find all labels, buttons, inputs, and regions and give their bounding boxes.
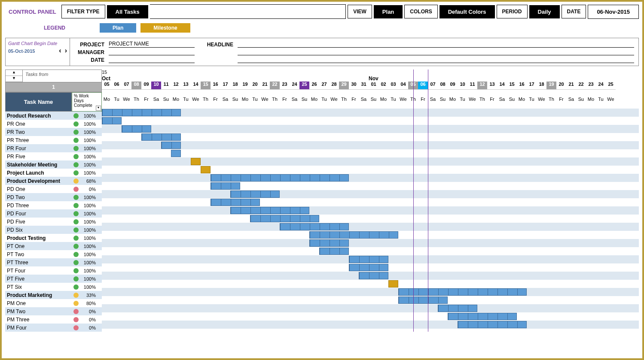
day-cell[interactable]: 12	[171, 82, 181, 89]
gantt-bar[interactable]	[448, 313, 517, 320]
day-cell[interactable]: 24	[290, 82, 299, 89]
day-cell[interactable]: 06	[112, 82, 122, 89]
manager-value[interactable]	[109, 48, 195, 55]
gantt-bar[interactable]	[201, 166, 211, 173]
gantt-bar[interactable]	[250, 215, 319, 222]
gantt-bar[interactable]	[102, 117, 122, 124]
project-name[interactable]: PROJECT NAME	[109, 41, 195, 48]
day-cell[interactable]: 10	[458, 82, 467, 89]
day-cell[interactable]: 14	[191, 82, 201, 89]
task-row[interactable]: PT Five100%	[5, 275, 102, 283]
day-cell[interactable]: 23	[280, 82, 290, 89]
gantt-bar[interactable]	[438, 305, 477, 312]
gantt-bar[interactable]	[211, 199, 260, 206]
day-cell[interactable]: 22	[270, 82, 280, 89]
gantt-bar[interactable]	[161, 142, 181, 149]
task-row[interactable]: PD Three100%	[5, 201, 102, 209]
day-cell[interactable]: 09	[448, 82, 458, 89]
prev-date-icon[interactable]: ‹	[59, 47, 61, 54]
task-row[interactable]: PM One80%	[5, 299, 102, 307]
day-cell[interactable]: 03	[388, 82, 398, 89]
day-cell[interactable]: 13	[487, 82, 497, 89]
gantt-bar[interactable]	[122, 125, 151, 133]
task-row[interactable]: PT Six100%	[5, 283, 102, 291]
day-cell[interactable]: 07	[122, 82, 131, 89]
task-row[interactable]: PR Two100%	[5, 128, 102, 136]
task-row[interactable]: PD Four100%	[5, 209, 102, 218]
day-cell[interactable]: 04	[398, 82, 408, 89]
gantt-bar[interactable]	[191, 158, 201, 165]
day-cell[interactable]: 09	[141, 82, 151, 89]
day-cell[interactable]: 27	[319, 82, 329, 89]
day-cell[interactable]: 25	[606, 82, 616, 89]
day-cell[interactable]: 31	[359, 82, 369, 89]
day-cell[interactable]: 21	[566, 82, 576, 89]
day-cell[interactable]: 15	[201, 82, 211, 89]
task-row[interactable]: Stakeholder Meeting100%	[5, 160, 102, 169]
task-row[interactable]: PD Two100%	[5, 193, 102, 201]
day-cell[interactable]: 28	[329, 82, 339, 89]
task-row[interactable]: PM Four0%	[5, 324, 102, 332]
task-row[interactable]: PT Two100%	[5, 250, 102, 258]
gantt-bar[interactable]	[359, 272, 388, 279]
task-row[interactable]: PR One100%	[5, 120, 102, 128]
day-cell[interactable]: 01	[369, 82, 378, 89]
day-cell[interactable]: 20	[250, 82, 260, 89]
task-row[interactable]: Product Marketing33%	[5, 291, 102, 299]
task-row[interactable]: PM Three0%	[5, 315, 102, 324]
gantt-bar[interactable]	[398, 296, 448, 304]
task-row[interactable]: PD One0%	[5, 185, 102, 193]
task-row[interactable]: PT Three100%	[5, 258, 102, 266]
day-cell[interactable]: 21	[260, 82, 270, 89]
day-cell[interactable]: 15	[507, 82, 517, 89]
gantt-bar[interactable]	[211, 182, 240, 190]
gantt-bar[interactable]	[211, 174, 349, 182]
view-value[interactable]: Plan	[374, 5, 403, 18]
task-row[interactable]: PR Five100%	[5, 152, 102, 160]
task-row[interactable]: PT Four100%	[5, 266, 102, 275]
day-cell[interactable]: 17	[527, 82, 537, 89]
headline-value[interactable]	[238, 41, 634, 48]
day-cell[interactable]: 07	[428, 82, 438, 89]
gantt-bar[interactable]	[102, 109, 181, 116]
task-row[interactable]: PM Two0%	[5, 307, 102, 315]
day-cell[interactable]: 08	[438, 82, 448, 89]
headline-line3[interactable]	[238, 56, 634, 63]
task-row[interactable]: PR Three100%	[5, 136, 102, 144]
day-cell[interactable]: 11	[467, 82, 477, 89]
colors-value[interactable]: Default Colors	[440, 5, 495, 18]
day-cell[interactable]: 23	[586, 82, 596, 89]
day-cell[interactable]: 20	[556, 82, 566, 89]
task-row[interactable]: PR Four100%	[5, 144, 102, 152]
collapse-up-icon[interactable]: ▲	[6, 70, 22, 76]
gantt-bar[interactable]	[280, 223, 349, 230]
gantt-bar[interactable]	[230, 207, 309, 214]
task-row[interactable]: PT One100%	[5, 242, 102, 250]
day-cell[interactable]: 26	[309, 82, 319, 89]
filter-type-value[interactable]: All Tasks	[107, 5, 148, 18]
day-cell[interactable]: 30	[349, 82, 359, 89]
day-cell[interactable]: 24	[596, 82, 606, 89]
date-value[interactable]: 06-Nov-2015	[588, 5, 639, 19]
day-cell[interactable]: 05	[102, 82, 112, 89]
headline-line2[interactable]	[238, 48, 634, 55]
gantt-bar[interactable]	[349, 264, 388, 271]
day-cell[interactable]: 18	[230, 82, 240, 89]
day-cell[interactable]: 19	[546, 82, 556, 89]
task-row[interactable]: Product Research100%	[5, 112, 102, 120]
gantt-bar[interactable]	[230, 191, 280, 198]
day-cell[interactable]: 16	[211, 82, 220, 89]
gantt-bar[interactable]	[458, 321, 527, 328]
gantt-bar[interactable]	[349, 256, 388, 263]
day-cell[interactable]: 29	[339, 82, 349, 89]
day-cell[interactable]: 10	[151, 82, 161, 89]
day-cell[interactable]: 22	[576, 82, 586, 89]
gantt-bar[interactable]	[309, 239, 349, 247]
day-cell[interactable]: 13	[181, 82, 191, 89]
gantt-bar[interactable]	[398, 288, 527, 296]
gantt-bar[interactable]	[141, 133, 181, 141]
day-cell[interactable]: 17	[220, 82, 230, 89]
task-row[interactable]: Project Launch100%	[5, 169, 102, 177]
day-cell[interactable]: 12	[477, 82, 487, 89]
gantt-bar[interactable]	[388, 280, 398, 287]
